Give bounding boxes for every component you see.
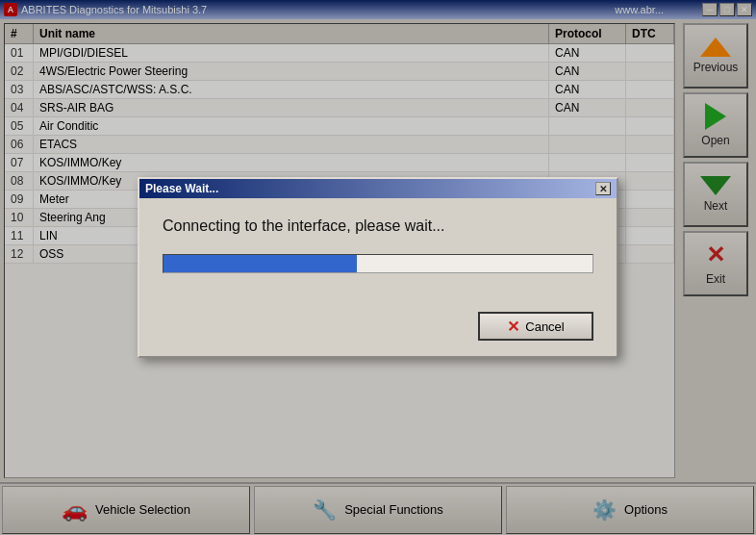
progress-container [163, 254, 593, 273]
cancel-button[interactable]: ✕ Cancel [478, 312, 593, 341]
cancel-x-icon: ✕ [507, 318, 519, 336]
modal-message: Connecting to the interface, please wait… [163, 217, 593, 235]
progress-bar [164, 255, 357, 272]
modal-title-bar: Please Wait... ✕ [139, 179, 617, 198]
cancel-label: Cancel [525, 319, 564, 334]
modal-close-button[interactable]: ✕ [595, 182, 611, 195]
modal-overlay: Please Wait... ✕ Connecting to the inter… [0, 0, 756, 535]
modal-title: Please Wait... [145, 182, 218, 195]
modal-body: Connecting to the interface, please wait… [139, 198, 617, 312]
modal-footer: ✕ Cancel [139, 312, 617, 356]
modal-dialog: Please Wait... ✕ Connecting to the inter… [138, 177, 618, 358]
